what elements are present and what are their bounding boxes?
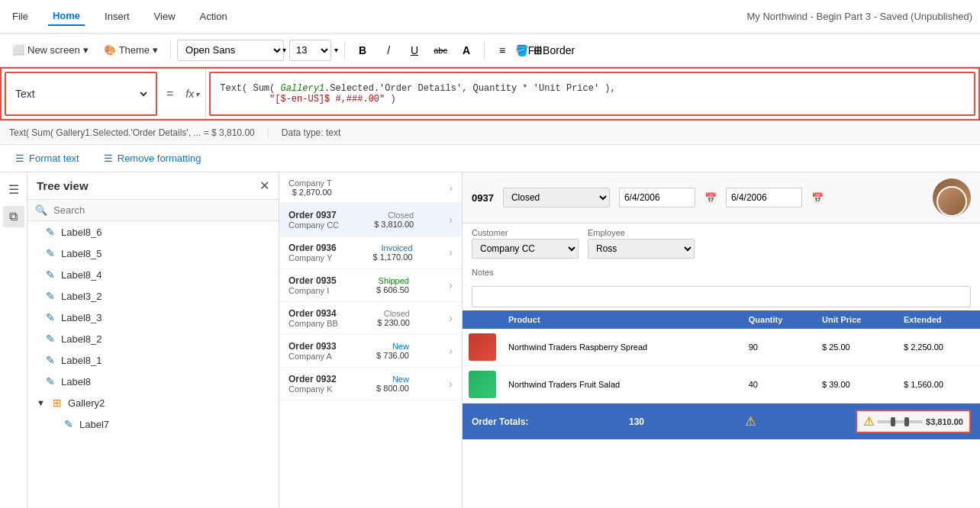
slider-control[interactable]: ⚠ $3,810.00 <box>856 410 971 433</box>
menu-home[interactable]: Home <box>48 7 85 26</box>
order-0935[interactable]: Order 0935 Company I Shipped $ 606.50 › <box>279 269 462 302</box>
product-price-2: $ 39.00 <box>816 366 898 404</box>
remove-formatting-button[interactable]: ☰ Remove formatting <box>98 150 208 167</box>
label-icon: ✎ <box>64 418 73 430</box>
theme-label: Theme <box>119 44 150 56</box>
label-icon: ✎ <box>46 333 55 345</box>
new-screen-icon: ⬜ <box>12 44 24 56</box>
order-company: Company I <box>289 286 337 295</box>
tree-item-label8_5[interactable]: ✎ Label8_5 <box>27 243 279 264</box>
hamburger-icon-button[interactable]: ☰ <box>3 178 24 200</box>
order-0936[interactable]: Order 0936 Company Y Invoiced $ 1,170.00… <box>279 236 462 269</box>
order-amount: $ 230.00 <box>377 318 410 327</box>
formula-expression[interactable]: Text( Sum( Gallery1.Selected.'Order Deta… <box>209 72 975 116</box>
equals-sign: = <box>160 69 179 119</box>
order-company: Company A <box>289 352 337 361</box>
slider-handle-right[interactable] <box>904 417 909 426</box>
align-button[interactable]: ≡ <box>491 40 514 61</box>
slider-track[interactable] <box>877 420 923 423</box>
fx-button[interactable]: fx ▾ <box>179 69 206 119</box>
layers-icon-button[interactable]: ⧉ <box>3 206 24 227</box>
search-input[interactable] <box>53 204 271 216</box>
menu-view[interactable]: View <box>150 8 180 25</box>
property-selector[interactable]: Text <box>5 72 157 116</box>
tree-item-label8_1[interactable]: ✎ Label8_1 <box>27 349 279 371</box>
menu-file[interactable]: File <box>8 8 33 25</box>
tree-item-label7[interactable]: ✎ Label7 <box>27 413 279 435</box>
tree-item-label3_2[interactable]: ✎ Label3_2 <box>27 285 279 307</box>
status-select[interactable]: Closed <box>503 188 610 207</box>
theme-button[interactable]: 🎨 Theme ▾ <box>98 41 164 59</box>
property-select[interactable]: Text <box>12 87 150 101</box>
menu-insert[interactable]: Insert <box>100 8 134 25</box>
detail-panel: 0937 Closed 📅 📅 Customer <box>463 172 980 508</box>
total-amount: $3,810.00 <box>926 417 963 426</box>
tree-header: Tree view ✕ <box>27 172 279 200</box>
tree-close-button[interactable]: ✕ <box>260 178 269 193</box>
order-0937[interactable]: Order 0937 Company CC Closed $ 3,810.00 … <box>279 204 462 236</box>
tree-item-label: Label7 <box>79 419 109 430</box>
order-id: Order 0937 <box>289 210 339 220</box>
date1-input[interactable] <box>619 188 695 207</box>
product-name-2: Northwind Traders Fruit Salad <box>502 366 743 404</box>
label-icon: ✎ <box>46 268 55 281</box>
tree-item-label8_6[interactable]: ✎ Label8_6 <box>27 221 279 243</box>
order-0934[interactable]: Order 0934 Company BB Closed $ 230.00 › <box>279 302 462 335</box>
border-button[interactable]: ⊞ Border <box>543 40 566 61</box>
tree-title: Tree view <box>37 179 89 192</box>
product-extended-2: $ 1,560.00 <box>898 366 980 404</box>
employee-select[interactable]: Ross <box>588 239 695 259</box>
order-chevron-icon: › <box>450 182 453 194</box>
label-icon: ✎ <box>46 226 55 238</box>
customer-select[interactable]: Company CC <box>472 239 579 259</box>
menu-action[interactable]: Action <box>195 8 232 25</box>
font-color-button[interactable]: A <box>455 40 478 61</box>
tree-item-label8_2[interactable]: ✎ Label8_2 <box>27 328 279 349</box>
tree-item-label8_3[interactable]: ✎ Label8_3 <box>27 307 279 328</box>
font-size-select[interactable]: 13 <box>289 40 331 61</box>
slider-handle-left[interactable] <box>891 417 895 426</box>
order-top-left: Company T $ 2,870.00 <box>289 178 332 197</box>
underline-button[interactable]: U <box>403 40 426 61</box>
order-0933[interactable]: Order 0933 Company A New $ 736.00 › <box>279 335 462 368</box>
order-left: Order 0937 Company CC <box>289 210 339 230</box>
tree-gallery2-group[interactable]: ▼ ⊞ Gallery2 <box>27 392 279 413</box>
employee-photo <box>933 178 971 217</box>
customer-employee-row: Customer Company CC Employee Ross <box>463 223 980 263</box>
order-status: New <box>376 375 409 384</box>
order-status: Closed <box>377 309 410 318</box>
order-top-company: Company T <box>289 178 332 188</box>
tree-gallery-label: Gallery2 <box>68 397 105 409</box>
order-right: Shipped $ 606.50 <box>376 276 409 294</box>
date2-input[interactable] <box>726 188 802 207</box>
tree-item-label8[interactable]: ✎ Label8 <box>27 371 279 392</box>
formula-bar: Text = fx ▾ Text( Sum( Gallery1.Selected… <box>0 67 980 121</box>
unit-price-header: Unit Price <box>816 310 898 329</box>
order-chevron-icon: › <box>449 214 453 226</box>
product-row-2[interactable]: Northwind Traders Fruit Salad 40 $ 39.00… <box>463 366 980 404</box>
order-top-amount: $ 2,870.00 <box>289 188 332 197</box>
calendar2-icon: 📅 <box>811 192 824 204</box>
customer-label: Customer <box>472 228 579 237</box>
strikethrough-button[interactable]: abc <box>429 40 452 61</box>
tree-search[interactable]: 🔍 <box>27 200 279 221</box>
quantity-header: Quantity <box>743 310 816 329</box>
order-totals-label: Order Totals: <box>472 416 528 427</box>
tree-item-label8_4[interactable]: ✎ Label8_4 <box>27 264 279 285</box>
italic-button[interactable]: / <box>377 40 400 61</box>
order-left: Order 0934 Company BB <box>289 308 338 328</box>
product-row-1[interactable]: Northwind Traders Raspberry Spread 90 $ … <box>463 329 980 366</box>
tree-item-label: Label8 <box>61 376 91 387</box>
format-text-button[interactable]: ☰ Format text <box>9 150 85 167</box>
order-0932[interactable]: Order 0932 Company K New $ 800.00 › <box>279 368 462 400</box>
order-status: Invoiced <box>373 243 413 252</box>
order-chevron-icon: › <box>449 378 453 390</box>
notes-input[interactable] <box>472 286 971 307</box>
new-screen-button[interactable]: ⬜ New screen ▾ <box>6 41 95 59</box>
bold-button[interactable]: B <box>351 40 374 61</box>
search-icon: 🔍 <box>35 204 47 216</box>
order-item-top[interactable]: Company T $ 2,870.00 › <box>279 172 462 204</box>
data-type-text: Data type: text <box>282 127 340 138</box>
font-family-select[interactable]: Open Sans <box>177 40 284 61</box>
employee-field-group: Employee Ross <box>588 228 695 259</box>
